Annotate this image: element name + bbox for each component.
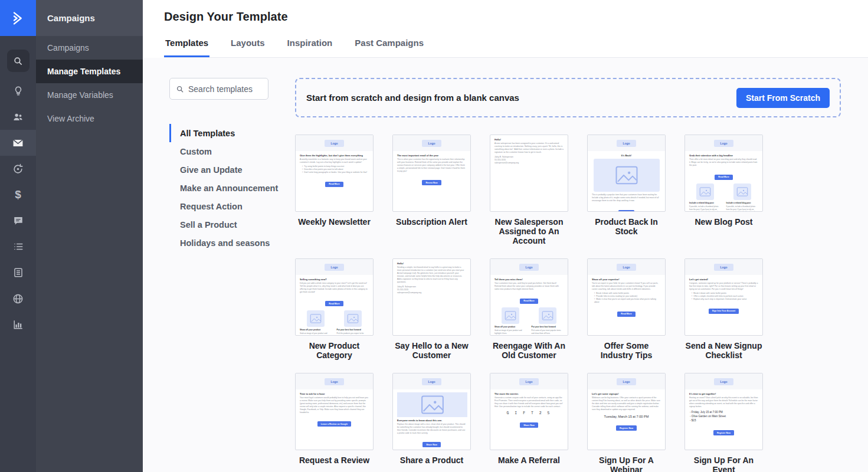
preview-detail-line: - $15 [690, 419, 758, 423]
preview-column-text: Grab an image of your product and highli… [494, 329, 527, 335]
template-card[interactable]: LogoIt's time to get together!Hosting an… [684, 373, 763, 472]
preview-paragraph: Your most loyal customers would probably… [300, 396, 369, 414]
preview-detail-lines: - Friday, July 15 at 7:00 PM- Olive Gard… [690, 411, 758, 423]
preview-image-placeholder [733, 183, 751, 200]
template-card[interactable]: LogoTime to ask for a favorYour most loy… [295, 373, 374, 472]
forms-icon[interactable] [0, 260, 36, 286]
content-area: All TemplatesCustomGive an UpdateMake an… [143, 58, 868, 472]
category-custom[interactable]: Custom [169, 142, 295, 160]
category-request-action[interactable]: Request Action [169, 197, 295, 215]
website-globe-icon[interactable] [0, 286, 36, 312]
preview-logo-pill: Logo [422, 140, 441, 147]
preview-heading: Let's get started! [689, 278, 758, 281]
preview-button-row: Share Now [494, 418, 564, 428]
preview-logo-strip: Logo [393, 373, 470, 389]
preview-button: Share Now [422, 442, 441, 447]
template-preview: LogoShow off your expertise!You're an ex… [587, 258, 666, 336]
preview-detail-line: - Friday, July 15 at 7:00 PM [690, 411, 758, 415]
template-card[interactable]: Logo Everyone needs to know about this o… [392, 373, 471, 472]
template-preview-body: The more the merrier.Generate a custom c… [490, 389, 568, 432]
template-card[interactable]: Hello!Sending a simple, text based email… [392, 258, 471, 360]
dollar-glyph: $ [15, 188, 21, 201]
preview-paragraph: Hosting an event? Give a brief pitch on … [689, 396, 758, 408]
search-templates-input[interactable] [188, 84, 262, 94]
sidebar-item-manage-variables[interactable]: Manage Variables [36, 83, 143, 107]
template-preview-body: Let's get started!Congrats, someone sign… [685, 275, 762, 318]
preview-button-row: Sign Into Your Account [689, 303, 758, 314]
preview-button: Read More [715, 175, 732, 180]
sidebar-item-campaigns[interactable]: Campaigns [36, 36, 143, 60]
template-card[interactable]: LogoLet's get some signups!Webinars can … [587, 373, 666, 472]
preview-button: Sign Into Your Account [709, 309, 739, 314]
contacts-icon[interactable] [0, 104, 36, 130]
preview-bullet-list: Break it down with some bullet pointsOff… [692, 292, 758, 301]
preview-button-row: Buy Now [592, 205, 661, 212]
image-placeholder-icon [310, 313, 322, 324]
tab-layouts[interactable]: Layouts [230, 38, 266, 57]
template-preview-body: Time to ask for a favorYour most loyal c… [296, 389, 373, 431]
start-from-scratch-button[interactable]: Start From Scratch [736, 88, 830, 108]
sidebar-item-manage-templates[interactable]: Manage Templates [36, 60, 143, 83]
preview-logo-pill: Logo [714, 140, 733, 147]
preview-paragraph: Congrats, someone signed up for your pla… [689, 282, 758, 291]
template-label: New Product Category [295, 341, 374, 360]
preview-column-heading: Put your best foot forward [532, 326, 564, 328]
template-preview-body: Hello!Sending a simple, text based email… [393, 259, 470, 297]
preview-heading: Hello! [397, 262, 466, 265]
preview-logo-pill: Logo [617, 140, 636, 147]
category-make-an-announcement[interactable]: Make an Announcement [169, 179, 295, 197]
sidebar-title: Campaigns [36, 0, 143, 36]
category-give-an-update[interactable]: Give an Update [169, 160, 295, 179]
tab-templates[interactable]: Templates [164, 38, 209, 57]
template-preview-body: Give them the highlights, but don't give… [296, 151, 373, 191]
category-holidays-and-seasons[interactable]: Holidays and seasons [169, 234, 295, 252]
template-card[interactable]: LogoTell them you miss them!Your custome… [490, 258, 568, 360]
template-preview-body: Show off your expertise!You're an expert… [588, 275, 665, 321]
campaigns-envelope-icon[interactable] [0, 130, 36, 156]
template-card[interactable]: LogoGive them the highlights, but don't … [295, 135, 374, 245]
preview-button: Register Now [616, 425, 637, 431]
image-placeholder-icon [615, 165, 638, 185]
preview-paragraph: This is probably a popular item that you… [592, 194, 661, 202]
tab-inspiration[interactable]: Inspiration [286, 38, 334, 57]
template-preview: LogoSelling something new?Did you just a… [295, 258, 374, 336]
preview-column: Include a related blog postIf possible, … [689, 183, 722, 212]
preview-heading: Grab their attention with a big headline [689, 154, 758, 157]
template-card[interactable]: LogoIt's Back! This is probably a popula… [587, 135, 666, 245]
preview-button-row: Share Now [397, 437, 466, 448]
filter-column: All TemplatesCustomGive an UpdateMake an… [164, 78, 295, 472]
tab-past-campaigns[interactable]: Past Campaigns [353, 38, 425, 57]
main-content: Design Your Template TemplatesLayoutsIns… [143, 0, 868, 472]
preview-heading: Let's get some signups! [592, 392, 661, 395]
template-label: Request a Review [295, 455, 374, 465]
preview-image-placeholder [502, 307, 519, 324]
campaigns-sidebar: Campaigns CampaignsManage TemplatesManag… [36, 0, 143, 472]
search-icon[interactable] [0, 44, 36, 78]
reports-chart-icon[interactable] [0, 312, 36, 337]
template-preview: LogoTell them you miss them!Your custome… [490, 258, 568, 336]
sidebar-item-view-archive[interactable]: View Archive [36, 107, 143, 130]
lists-icon[interactable] [0, 234, 36, 260]
template-card[interactable]: LogoGrab their attention with a big head… [684, 135, 763, 245]
conversations-icon[interactable] [0, 208, 36, 234]
preview-signature: Jaley B. Salesperson55-555-5555salespers… [494, 156, 564, 165]
template-card[interactable]: LogoShow off your expertise!You're an ex… [587, 258, 666, 360]
template-card[interactable]: Hello!A new salesperson has been assigne… [490, 135, 568, 245]
search-templates-box[interactable] [169, 78, 268, 100]
preview-logo-strip: Logo [685, 373, 762, 389]
template-card[interactable]: LogoSelling something new?Did you just a… [295, 258, 374, 360]
automations-icon[interactable] [0, 156, 36, 182]
category-sell-a-product[interactable]: Sell a Product [169, 215, 295, 234]
template-card[interactable]: LogoThe most important email of the year… [392, 135, 471, 245]
preview-paragraph: Webinars can be big business. Offer your… [592, 396, 661, 411]
preview-bullet-list: Break it down with some bullet pointsPro… [594, 292, 661, 304]
deals-dollar-icon[interactable]: $ [0, 182, 36, 208]
template-card[interactable]: LogoLet's get started!Congrats, someone … [684, 258, 763, 360]
preview-logo-strip: Logo [296, 373, 373, 389]
preview-heading: It's time to get together! [689, 392, 758, 395]
template-card[interactable]: LogoThe more the merrier.Generate a cust… [490, 373, 568, 472]
lightbulb-icon[interactable] [0, 78, 36, 104]
category-all-templates[interactable]: All Templates [169, 124, 295, 142]
preview-logo-pill: Logo [617, 378, 636, 385]
activecampaign-logo[interactable] [0, 0, 36, 36]
